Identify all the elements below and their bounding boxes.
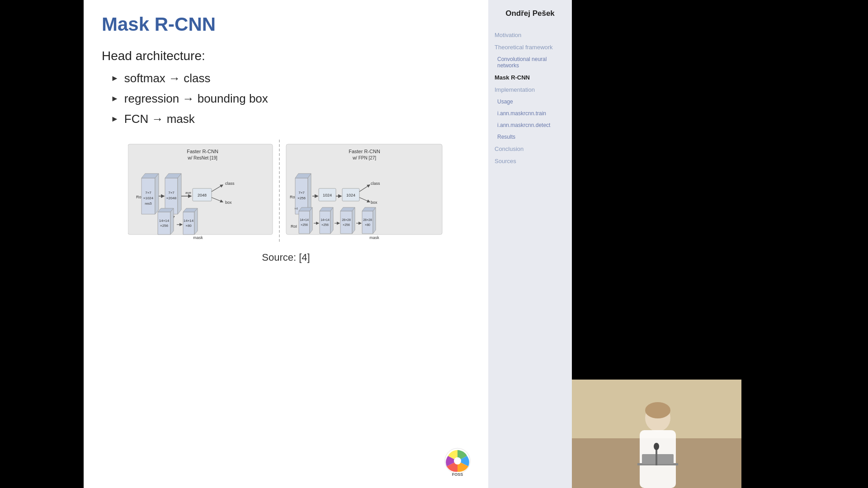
webcam-person-svg <box>572 380 741 488</box>
list-item: ► softmax → class <box>111 71 470 85</box>
sidebar-item-detect[interactable]: i.ann.maskrcnn.detect <box>495 121 566 129</box>
bullet-arrow-icon: ► <box>111 114 119 124</box>
svg-text:×80: ×80 <box>185 224 192 228</box>
list-item: ► regression → bounding box <box>111 92 470 106</box>
svg-text:×256: ×256 <box>321 223 329 226</box>
svg-text:7×7: 7×7 <box>145 191 151 195</box>
svg-text:×80: ×80 <box>365 223 370 226</box>
slide-title: Mask R-CNN <box>102 14 470 35</box>
svg-text:×256: ×256 <box>160 224 168 228</box>
foss-logo: FOSS <box>443 446 479 480</box>
sidebar-item-results[interactable]: Results <box>495 133 566 141</box>
svg-text:×256: ×256 <box>301 223 308 226</box>
svg-text:14×14: 14×14 <box>183 219 193 223</box>
svg-text:mask: mask <box>369 235 379 240</box>
main-slide: Mask R-CNN Head architecture: ► softmax … <box>84 0 488 488</box>
svg-text:1024: 1024 <box>322 193 331 197</box>
svg-marker-15 <box>178 174 181 214</box>
svg-rect-92 <box>642 454 674 464</box>
sidebar-item-train[interactable]: i.ann.maskrcnn.train <box>495 109 566 117</box>
svg-marker-65 <box>320 211 330 234</box>
svg-text:×1024: ×1024 <box>143 196 153 200</box>
svg-text:ave: ave <box>185 191 191 195</box>
bullet-text-3: FCN → mask <box>124 112 195 126</box>
svg-text:1024: 1024 <box>346 193 355 197</box>
svg-text:Faster R-CNN: Faster R-CNN <box>349 149 380 154</box>
svg-text:14×14: 14×14 <box>321 218 330 221</box>
svg-text:w/ FPN [27]: w/ FPN [27] <box>352 155 376 160</box>
bullet-list: ► softmax → class ► regression → boundin… <box>111 71 470 126</box>
svg-text:7×7: 7×7 <box>298 191 305 195</box>
sidebar-item-conclusion[interactable]: Conclusion <box>495 145 566 153</box>
svg-marker-27 <box>158 212 170 235</box>
svg-marker-8 <box>155 174 159 214</box>
svg-text:mask: mask <box>193 235 203 240</box>
webcam-overlay <box>572 380 741 488</box>
svg-point-84 <box>454 457 461 465</box>
sidebar-item-cnn[interactable]: Convolutional neural networks <box>495 55 566 70</box>
sidebar-item-motivation[interactable]: Motivation <box>495 31 566 39</box>
svg-text:class: class <box>371 181 380 186</box>
architecture-diagram: Faster R-CNN w/ ResNet [19] RoI 7×7 ×102… <box>128 140 444 244</box>
svg-text:×256: ×256 <box>343 223 350 226</box>
svg-text:28×28: 28×28 <box>363 218 372 221</box>
svg-marker-58 <box>299 211 310 234</box>
sidebar-item-sources[interactable]: Sources <box>495 157 566 165</box>
svg-text:14×14: 14×14 <box>159 219 169 223</box>
svg-text:7×7: 7×7 <box>168 191 175 195</box>
svg-marker-67 <box>330 207 333 234</box>
bullet-text-2: regression → bounding box <box>124 92 268 106</box>
svg-marker-79 <box>373 207 376 234</box>
sidebar-item-implementation[interactable]: Implementation <box>495 85 566 94</box>
svg-text:FOSS: FOSS <box>452 472 463 477</box>
svg-marker-29 <box>170 208 174 235</box>
svg-marker-77 <box>362 211 373 234</box>
svg-marker-35 <box>194 208 198 235</box>
svg-marker-33 <box>183 212 194 235</box>
diagram-container: Faster R-CNN w/ ResNet [19] RoI 7×7 ×102… <box>102 140 470 244</box>
bullet-arrow-icon: ► <box>111 94 119 103</box>
bullet-text-1: softmax → class <box>124 71 211 85</box>
presenter-name: Ondřej Pešek <box>495 9 566 18</box>
source-text: Source: [4] <box>102 252 470 263</box>
bullet-arrow-icon: ► <box>111 74 119 83</box>
svg-text:res5: res5 <box>145 202 152 206</box>
svg-marker-73 <box>352 207 355 234</box>
svg-text:×256: ×256 <box>297 196 306 200</box>
sidebar: Ondřej Pešek Motivation Theoretical fram… <box>488 0 572 488</box>
svg-text:RoI: RoI <box>291 224 297 229</box>
right-black-area <box>572 0 868 488</box>
left-black-bar <box>0 0 84 488</box>
svg-point-94 <box>654 443 659 450</box>
svg-marker-60 <box>310 207 312 234</box>
svg-text:box: box <box>371 200 377 205</box>
sidebar-item-theoretical[interactable]: Theoretical framework <box>495 43 566 52</box>
svg-point-95 <box>645 402 670 418</box>
svg-text:box: box <box>225 200 232 205</box>
svg-marker-71 <box>340 211 352 234</box>
sidebar-item-usage[interactable]: Usage <box>495 98 566 106</box>
svg-text:×2048: ×2048 <box>166 196 176 200</box>
webcam-video <box>572 380 741 488</box>
svg-text:14×14: 14×14 <box>300 218 309 221</box>
svg-text:2048: 2048 <box>197 193 206 197</box>
sidebar-item-mask-rcnn[interactable]: Mask R-CNN <box>495 73 566 82</box>
svg-text:class: class <box>225 181 235 186</box>
svg-text:Faster R-CNN: Faster R-CNN <box>187 149 218 154</box>
svg-text:28×28: 28×28 <box>342 218 351 221</box>
svg-text:×4: ×4 <box>294 207 298 210</box>
list-item: ► FCN → mask <box>111 112 470 126</box>
head-arch-label: Head architecture: <box>102 49 470 63</box>
svg-text:w/ ResNet [19]: w/ ResNet [19] <box>187 155 217 160</box>
foss-logo-svg: FOSS <box>443 446 479 478</box>
